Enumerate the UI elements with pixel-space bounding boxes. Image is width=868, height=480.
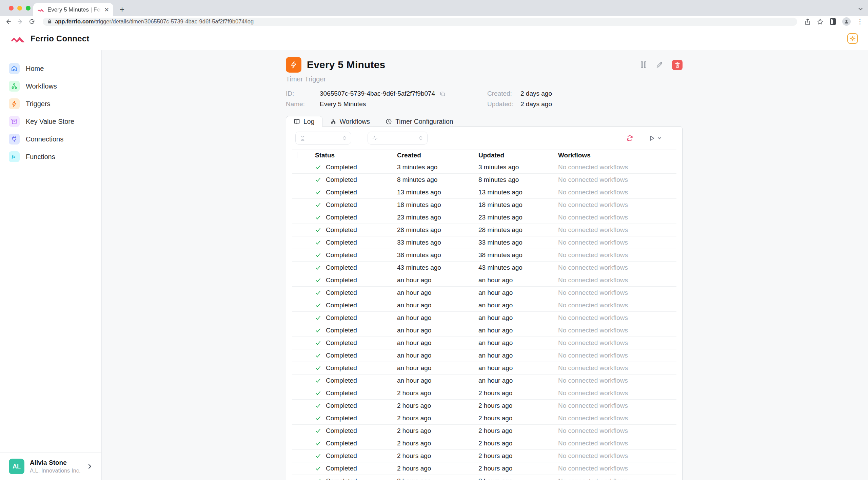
table-row[interactable]: Completed 2 hours ago 2 hours ago No con…	[292, 425, 676, 437]
created-cell: an hour ago	[397, 339, 478, 347]
tab-title: Every 5 Minutes | Ferrio Conne	[47, 6, 101, 13]
table-row[interactable]: Completed 2 hours ago 2 hours ago No con…	[292, 475, 676, 480]
created-cell: 2 hours ago	[397, 452, 478, 460]
sidebar-item-functions[interactable]: fx Functions	[0, 148, 101, 166]
browser-toolbar: app.ferrio.com/trigger/details/timer/306…	[0, 16, 868, 27]
brand[interactable]: Ferrio Connect	[10, 34, 89, 44]
table-row[interactable]: Completed 33 minutes ago 33 minutes ago …	[292, 236, 676, 249]
sidebar-item-key-value-store[interactable]: Key Value Store	[0, 113, 101, 130]
minimize-window-button[interactable]	[17, 6, 22, 11]
sidebar-item-label: Triggers	[26, 100, 51, 108]
reload-icon[interactable]	[29, 19, 35, 25]
new-tab-button[interactable]: +	[117, 5, 127, 14]
share-icon[interactable]	[805, 18, 811, 25]
status-text: Completed	[326, 427, 357, 435]
delete-button[interactable]	[672, 60, 683, 70]
url-path: /trigger/details/timer/3065507c-5739-4ba…	[94, 18, 254, 24]
url-bar[interactable]: app.ferrio.com/trigger/details/timer/306…	[43, 18, 797, 26]
theme-toggle-button[interactable]	[847, 33, 858, 44]
table-row[interactable]: Completed an hour ago an hour ago No con…	[292, 337, 676, 349]
pause-button[interactable]	[640, 61, 647, 69]
refresh-button[interactable]	[626, 135, 633, 142]
created-cell: an hour ago	[397, 289, 478, 296]
edit-button[interactable]	[656, 61, 663, 69]
table-row[interactable]: Completed an hour ago an hour ago No con…	[292, 324, 676, 337]
maximize-window-button[interactable]	[26, 6, 31, 11]
user-name: Alivia Stone	[30, 459, 81, 466]
side-panel-icon[interactable]	[830, 18, 836, 25]
run-button[interactable]	[649, 135, 655, 141]
workflows-cell: No connected workflows	[558, 214, 676, 221]
table-row[interactable]: Completed 13 minutes ago 13 minutes ago …	[292, 186, 676, 199]
table-row[interactable]: Completed an hour ago an hour ago No con…	[292, 375, 676, 387]
table-row[interactable]: Completed an hour ago an hour ago No con…	[292, 349, 676, 362]
browser-profile-icon[interactable]	[842, 17, 851, 26]
window-controls[interactable]	[9, 6, 31, 11]
check-icon	[315, 352, 321, 359]
close-window-button[interactable]	[9, 6, 14, 11]
created-cell: 2 hours ago	[397, 415, 478, 422]
back-icon[interactable]	[5, 18, 12, 25]
table-row[interactable]: Completed an hour ago an hour ago No con…	[292, 287, 676, 299]
table-row[interactable]: Completed an hour ago an hour ago No con…	[292, 274, 676, 287]
workflows-icon	[330, 118, 336, 124]
name-label: Name:	[286, 100, 320, 108]
updated-cell: 38 minutes ago	[478, 251, 558, 259]
id-label: ID:	[286, 90, 320, 97]
tab-workflows[interactable]: Workflows	[322, 116, 378, 127]
tab-timer-configuration[interactable]: Timer Configuration	[378, 116, 461, 127]
browser-menu-icon[interactable]: ⋮	[857, 18, 863, 25]
table-row[interactable]: Completed 38 minutes ago 38 minutes ago …	[292, 249, 676, 262]
table-row[interactable]: Completed an hour ago an hour ago No con…	[292, 299, 676, 312]
table-row[interactable]: Completed 2 hours ago 2 hours ago No con…	[292, 437, 676, 450]
table-row[interactable]: Completed 18 minutes ago 18 minutes ago …	[292, 199, 676, 211]
table-row[interactable]: Completed an hour ago an hour ago No con…	[292, 362, 676, 375]
workflows-cell: No connected workflows	[558, 352, 676, 359]
updated-cell: 43 minutes ago	[478, 264, 558, 271]
select-all-checkbox[interactable]	[297, 152, 297, 158]
tab-label: Log	[303, 118, 315, 126]
sidebar-item-home[interactable]: Home	[0, 60, 101, 77]
sidebar-item-workflows[interactable]: Workflows	[0, 77, 101, 95]
table-row[interactable]: Completed 43 minutes ago 43 minutes ago …	[292, 262, 676, 274]
table-row[interactable]: Completed 2 hours ago 2 hours ago No con…	[292, 387, 676, 400]
table-row[interactable]: Completed 28 minutes ago 28 minutes ago …	[292, 224, 676, 236]
status-filter-select[interactable]	[295, 132, 351, 145]
user-profile[interactable]: AL Alivia Stone A.L. Innovations Inc.	[0, 453, 101, 480]
created-cell: an hour ago	[397, 276, 478, 284]
created-cell: an hour ago	[397, 302, 478, 309]
table-row[interactable]: Completed 3 minutes ago 3 minutes ago No…	[292, 161, 676, 174]
table-row[interactable]: Completed 2 hours ago 2 hours ago No con…	[292, 462, 676, 475]
created-cell: 43 minutes ago	[397, 264, 478, 271]
sidebar-item-label: Workflows	[26, 82, 57, 90]
updated-cell: an hour ago	[478, 289, 558, 296]
chevron-right-icon	[87, 464, 93, 469]
clock-icon	[386, 118, 392, 125]
table-row[interactable]: Completed 2 hours ago 2 hours ago No con…	[292, 450, 676, 462]
check-icon	[315, 428, 321, 434]
ferrio-logo-icon	[10, 34, 25, 44]
table-row[interactable]: Completed 8 minutes ago 8 minutes ago No…	[292, 174, 676, 186]
workflows-cell: No connected workflows	[558, 289, 676, 296]
sidebar-item-connections[interactable]: Connections	[0, 130, 101, 148]
sidebar-item-triggers[interactable]: Triggers	[0, 95, 101, 113]
status-text: Completed	[326, 415, 357, 422]
activity-filter-select[interactable]	[368, 132, 428, 145]
tab-strip-chevron-icon[interactable]	[858, 6, 863, 12]
table-row[interactable]: Completed an hour ago an hour ago No con…	[292, 312, 676, 324]
browser-tab[interactable]: Every 5 Minutes | Ferrio Conne ✕	[33, 3, 113, 16]
detail-tabs: Log Workflows Timer Configuration	[286, 116, 683, 127]
run-options-chevron-icon[interactable]	[657, 136, 662, 140]
tab-close-icon[interactable]: ✕	[104, 7, 109, 13]
table-row[interactable]: Completed 2 hours ago 2 hours ago No con…	[292, 412, 676, 425]
table-row[interactable]: Completed 2 hours ago 2 hours ago No con…	[292, 400, 676, 412]
tab-log[interactable]: Log	[286, 116, 322, 127]
created-cell: 28 minutes ago	[397, 226, 478, 234]
check-icon	[315, 302, 321, 308]
table-row[interactable]: Completed 23 minutes ago 23 minutes ago …	[292, 211, 676, 224]
copy-icon[interactable]	[440, 91, 446, 97]
created-value: 2 days ago	[520, 90, 552, 97]
created-cell: 2 hours ago	[397, 389, 478, 397]
forward-icon[interactable]	[17, 18, 24, 25]
bookmark-star-icon[interactable]	[817, 18, 824, 25]
